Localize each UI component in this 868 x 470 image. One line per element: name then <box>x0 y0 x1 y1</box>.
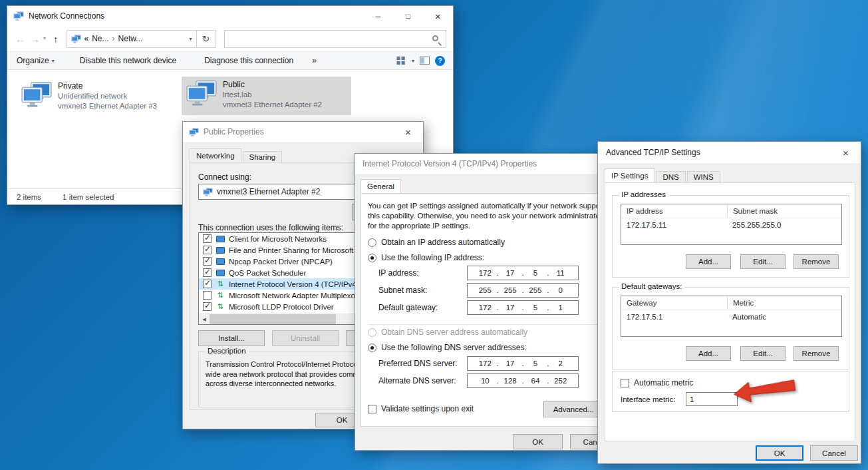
column-header[interactable]: Subnet mask <box>727 204 841 218</box>
minimize-button[interactable]: – <box>363 6 393 26</box>
cancel-button[interactable]: Cancel <box>810 445 858 461</box>
install-button[interactable]: Install... <box>198 330 265 346</box>
search-box <box>224 30 446 48</box>
column-header[interactable]: Gateway <box>621 299 727 307</box>
item-checkbox[interactable] <box>203 246 212 254</box>
view-chevron-down-icon[interactable]: ▾ <box>412 58 414 64</box>
add-button[interactable]: Add... <box>686 254 731 269</box>
column-header[interactable]: IP address <box>621 207 727 215</box>
driver-icon <box>216 258 225 265</box>
default-gateway-field[interactable]: 1721751 <box>467 300 579 315</box>
breadcrumb-collapse[interactable]: « <box>84 34 89 43</box>
address-chevron-down-icon[interactable]: ▾ <box>190 36 192 42</box>
automatic-metric-row[interactable]: Automatic metric <box>621 378 693 387</box>
validate-checkbox[interactable] <box>368 405 376 413</box>
scheduler-icon <box>216 270 225 276</box>
octet: 128 <box>499 377 522 385</box>
subnet-mask-field[interactable]: 2552552550 <box>467 283 579 298</box>
preferred-dns-field[interactable]: 1721752 <box>467 356 579 371</box>
preview-pane-icon[interactable] <box>420 56 430 65</box>
up-icon[interactable]: ↑ <box>53 34 59 44</box>
interface-metric-input[interactable] <box>686 392 738 406</box>
uninstall-button: Uninstall <box>272 330 339 346</box>
edit-button[interactable]: Edit... <box>740 254 786 269</box>
column-header[interactable]: Metric <box>727 296 841 310</box>
breadcrumb-item-2[interactable]: Netw... <box>118 34 143 43</box>
ip-addresses-list[interactable]: IP address Subnet mask 172.17.5.11 255.2… <box>621 204 842 245</box>
scrollbar-thumb[interactable] <box>210 314 336 324</box>
maximize-button[interactable]: □ <box>393 6 423 26</box>
item-checkbox[interactable] <box>203 234 212 243</box>
item-checkbox[interactable] <box>203 280 212 288</box>
ip-address-field[interactable]: 17217511 <box>467 266 579 280</box>
tab-networking[interactable]: Networking <box>190 148 241 162</box>
radio-use-dns[interactable]: Use the following DNS server addresses: <box>368 343 527 352</box>
back-icon[interactable]: ← <box>15 34 25 44</box>
scroll-left-icon[interactable]: ◀ <box>199 314 210 324</box>
octet: 17 <box>499 269 522 277</box>
chevron-down-icon: ▾ <box>52 58 55 64</box>
window-title: Network Connections <box>29 11 104 21</box>
radio-use-ip[interactable]: Use the following IP address: <box>368 253 484 262</box>
radio-label: Obtain an IP address automatically <box>381 238 505 247</box>
radio-label: Use the following IP address: <box>381 253 484 262</box>
radio-icon[interactable] <box>368 254 376 262</box>
item-checkbox[interactable] <box>203 291 212 300</box>
radio-icon[interactable] <box>368 238 376 247</box>
item-checkbox[interactable] <box>203 268 212 277</box>
tab-sharing[interactable]: Sharing <box>243 151 283 162</box>
list-row[interactable]: 172.17.5.1 Automatic <box>621 310 841 323</box>
change-view-icon[interactable] <box>396 56 406 65</box>
gateways-list[interactable]: Gateway Metric 172.17.5.1 Automatic <box>621 296 842 337</box>
alternate-dns-field[interactable]: 1012864252 <box>467 373 579 388</box>
radio-icon[interactable] <box>368 344 376 352</box>
add-button[interactable]: Add... <box>686 346 731 361</box>
radio-label: Obtain DNS server address automatically <box>381 328 527 337</box>
list-row[interactable]: 172.17.5.11 255.255.255.0 <box>621 218 841 231</box>
radio-obtain-ip[interactable]: Obtain an IP address automatically <box>368 238 505 247</box>
desktop: Network Connections – □ × ← → ▾ ↑ « Ne..… <box>0 0 868 470</box>
tab-wins[interactable]: WINS <box>687 171 720 182</box>
description-label: Description <box>205 347 249 355</box>
advanced-button[interactable]: Advanced... <box>543 401 603 417</box>
alternate-dns-label: Alternate DNS server: <box>378 376 456 385</box>
network-item-public[interactable]: Public lrtest.lab vmxnet3 Ethernet Adapt… <box>182 77 351 115</box>
disable-device-button[interactable]: Disable this network device <box>80 56 176 65</box>
close-icon[interactable]: × <box>393 122 423 142</box>
network-item-private[interactable]: Private Unidentified network vmxnet3 Eth… <box>17 78 176 117</box>
refresh-button[interactable]: ↻ <box>197 30 216 48</box>
help-icon[interactable]: ? <box>435 56 445 66</box>
item-checkbox[interactable] <box>203 302 212 311</box>
tab-dns[interactable]: DNS <box>656 171 685 182</box>
ip-address-label: IP address: <box>378 268 418 278</box>
forward-icon[interactable]: → <box>30 34 40 44</box>
item-label: QoS Packet Scheduler <box>229 269 306 277</box>
tab-ip-settings[interactable]: IP Settings <box>605 168 654 182</box>
diagnose-button[interactable]: Diagnose this connection <box>204 56 293 65</box>
connection-adapter: vmxnet3 Ethernet Adapter #3 <box>58 101 157 111</box>
organize-menu[interactable]: Organize ▾ <box>17 56 55 65</box>
remove-button[interactable]: Remove <box>794 254 839 269</box>
automatic-metric-checkbox[interactable] <box>621 379 629 387</box>
octet: 17 <box>499 304 522 312</box>
search-icon[interactable] <box>432 35 438 41</box>
breadcrumb[interactable]: « Ne... › Netw... ▾ <box>67 30 197 48</box>
network-adapter-icon <box>186 80 217 107</box>
validate-label: Validate settings upon exit <box>381 404 474 413</box>
ok-button[interactable]: OK <box>756 445 803 461</box>
tab-general[interactable]: General <box>361 179 401 193</box>
search-input[interactable] <box>225 31 446 47</box>
validate-checkbox-row[interactable]: Validate settings upon exit <box>368 404 474 413</box>
toolbar-overflow-button[interactable]: » <box>312 56 317 65</box>
breadcrumb-item-1[interactable]: Ne... <box>92 34 108 43</box>
edit-button[interactable]: Edit... <box>740 346 786 361</box>
ok-button[interactable]: OK <box>513 434 563 449</box>
ip-addresses-group: IP addresses IP address Subnet mask 172.… <box>612 195 849 278</box>
location-icon <box>71 35 81 43</box>
network-connections-icon <box>13 11 24 21</box>
close-button[interactable]: × <box>423 6 453 26</box>
item-checkbox[interactable] <box>203 257 212 266</box>
remove-button[interactable]: Remove <box>794 346 839 361</box>
close-icon[interactable]: × <box>831 142 861 163</box>
history-chevron-down-icon[interactable]: ▾ <box>43 36 46 41</box>
